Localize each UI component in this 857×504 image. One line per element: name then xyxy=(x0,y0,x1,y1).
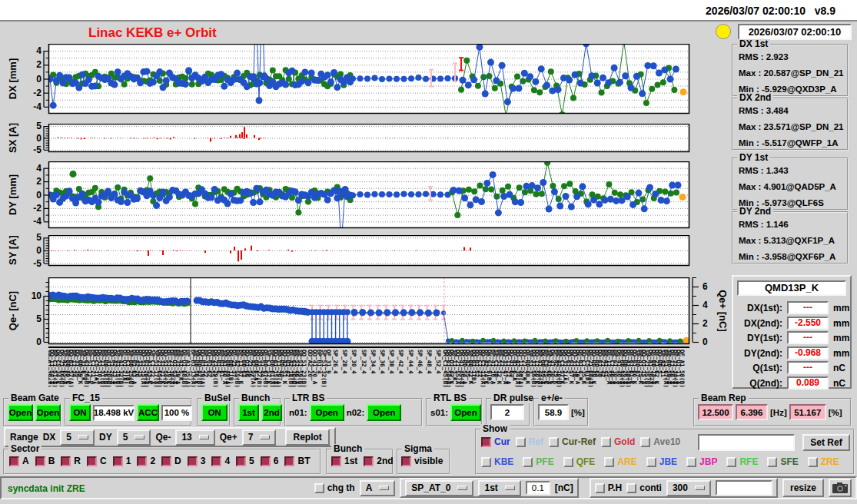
show-kbe-checkbox[interactable] xyxy=(481,457,491,467)
count-input[interactable] xyxy=(716,480,772,496)
sector-5[interactable]: 5 xyxy=(236,456,254,466)
resize-button[interactable]: resize xyxy=(782,479,824,497)
show-are[interactable]: ARE xyxy=(604,456,636,467)
show-sfe-checkbox[interactable] xyxy=(767,457,777,467)
sector-4-checkbox[interactable] xyxy=(211,456,221,466)
bunch-1st[interactable]: 1st xyxy=(331,456,357,466)
sector-4[interactable]: 4 xyxy=(211,456,230,466)
busel-on[interactable]: ON xyxy=(201,404,228,421)
ltr-bs-n01-: n01: xyxy=(289,408,307,417)
show-jbp-checkbox[interactable] xyxy=(686,457,696,467)
sector-r[interactable]: R xyxy=(61,456,81,466)
sector-b[interactable]: B xyxy=(35,456,55,466)
sector-b-checkbox[interactable] xyxy=(35,456,45,466)
sector-bt[interactable]: BT xyxy=(284,456,310,466)
sector-c[interactable]: C xyxy=(87,456,107,466)
show-cur-ref[interactable]: Cur-Ref xyxy=(549,436,596,447)
conti-checkbox[interactable] xyxy=(626,483,636,493)
sector-2-checkbox[interactable] xyxy=(137,456,147,466)
sector-r-checkbox[interactable] xyxy=(61,456,71,466)
fc-15-acc[interactable]: ACC xyxy=(137,404,159,421)
conti[interactable]: conti xyxy=(626,482,662,493)
show-jbp[interactable]: JBP xyxy=(686,456,717,467)
show-jbe[interactable]: JBE xyxy=(646,456,677,467)
bunch-1st[interactable]: 1st xyxy=(238,404,259,421)
set-ref-button[interactable]: Set Ref xyxy=(802,434,850,451)
fc-15-on[interactable]: ON xyxy=(69,404,91,421)
qm-name[interactable]: QMD13P_K xyxy=(737,280,846,296)
camera-button[interactable] xyxy=(829,479,852,497)
show-rfe[interactable]: RFE xyxy=(726,456,758,467)
group-title: Bunch xyxy=(239,393,272,403)
fc-15-18.498-kv[interactable]: 18.498 kV xyxy=(93,405,135,421)
monitor-label: SP_28_4 xyxy=(341,350,348,374)
sector-c-checkbox[interactable] xyxy=(87,456,97,466)
show-zre[interactable]: ZRE xyxy=(808,456,839,467)
sigma-visible-checkbox[interactable] xyxy=(401,456,411,466)
sector-3[interactable]: 3 xyxy=(188,456,206,466)
range-qe--dropdown[interactable]: 7 xyxy=(242,429,277,446)
show-gold[interactable]: Gold xyxy=(601,436,635,447)
bunch-1st-checkbox[interactable] xyxy=(331,456,341,466)
sector-3-checkbox[interactable] xyxy=(188,456,198,466)
show-zre-checkbox[interactable] xyxy=(808,457,818,467)
threshold-value[interactable]: 0.1 xyxy=(526,481,550,495)
range-dx-dropdown[interactable]: 5 xyxy=(60,429,95,446)
beam-gate-open[interactable]: Open xyxy=(35,404,61,421)
show-panel: ShowCurRefCur-RefGoldAve10Set RefKBEPFEQ… xyxy=(475,429,855,475)
show-pfe[interactable]: PFE xyxy=(523,456,553,467)
show-pfe-checkbox[interactable] xyxy=(523,457,533,467)
show-cur-ref-checkbox[interactable] xyxy=(549,437,559,447)
sector-a[interactable]: A xyxy=(9,456,29,466)
ltr-bs-open[interactable]: Open xyxy=(367,404,401,421)
ph-checkbox[interactable] xyxy=(595,483,605,493)
ph[interactable]: P.H xyxy=(595,482,622,493)
sector-6[interactable]: 6 xyxy=(261,456,279,466)
sector-a-checkbox[interactable] xyxy=(9,456,19,466)
show-ref-checkbox[interactable] xyxy=(516,437,526,447)
sector-2[interactable]: 2 xyxy=(137,456,155,466)
range-dy-dropdown[interactable]: 5 xyxy=(117,429,151,446)
ltr-bs-open[interactable]: Open xyxy=(310,404,344,421)
bunch-2nd[interactable]: 2nd xyxy=(261,404,282,421)
show-qfe-checkbox[interactable] xyxy=(563,457,573,467)
show-sfe[interactable]: SFE xyxy=(767,456,798,467)
show-ref[interactable]: Ref xyxy=(516,436,543,447)
sector-6-checkbox[interactable] xyxy=(261,456,271,466)
fc-15-100-%[interactable]: 100 % xyxy=(161,405,192,421)
sp-at-dropdown[interactable]: SP_AT_0 xyxy=(405,480,473,496)
chg-th[interactable]: chg th xyxy=(314,482,355,493)
show-cur-checkbox[interactable] xyxy=(481,437,491,447)
dr-pulse-2[interactable]: 2 xyxy=(490,404,524,420)
rtl-bs-open[interactable]: Open xyxy=(450,404,481,421)
show-ave10-checkbox[interactable] xyxy=(640,437,650,447)
monitor-label: SP_52_4 xyxy=(435,350,442,374)
replot-button[interactable]: Replot xyxy=(285,429,329,446)
show-are-checkbox[interactable] xyxy=(604,457,614,467)
show-jbe-checkbox[interactable] xyxy=(646,457,656,467)
sigma-visible[interactable]: visible xyxy=(401,456,443,466)
sector-5-checkbox[interactable] xyxy=(236,456,246,466)
count-dropdown[interactable]: 300 xyxy=(666,480,711,496)
ref-file-input[interactable] xyxy=(698,434,795,451)
bunch-2nd[interactable]: 2nd xyxy=(364,456,393,466)
bunch-select-dropdown[interactable]: 1st xyxy=(478,480,520,496)
show-rfe-checkbox[interactable] xyxy=(726,457,736,467)
show-gold-checkbox[interactable] xyxy=(601,437,611,447)
show-kbe[interactable]: KBE xyxy=(481,456,513,467)
sector-1-checkbox[interactable] xyxy=(113,456,123,466)
range-qe--dropdown[interactable]: 13 xyxy=(175,429,214,446)
sector-bt-checkbox[interactable] xyxy=(284,456,294,466)
e+-e-58.9[interactable]: 58.9 xyxy=(538,404,569,420)
qm-row-label: DY(1st): xyxy=(735,333,782,343)
chg-th-checkbox[interactable] xyxy=(314,483,324,493)
sector-d-checkbox[interactable] xyxy=(161,456,171,466)
bunch-2nd-checkbox[interactable] xyxy=(364,456,374,466)
threshold-a-dropdown[interactable]: A xyxy=(360,480,396,496)
show-cur[interactable]: Cur xyxy=(481,436,510,447)
show-ave10[interactable]: Ave10 xyxy=(640,436,680,447)
show-qfe[interactable]: QFE xyxy=(563,456,596,467)
sector-d[interactable]: D xyxy=(161,456,181,466)
sector-1[interactable]: 1 xyxy=(113,456,131,466)
beam-gate-open[interactable]: Open xyxy=(8,404,33,421)
